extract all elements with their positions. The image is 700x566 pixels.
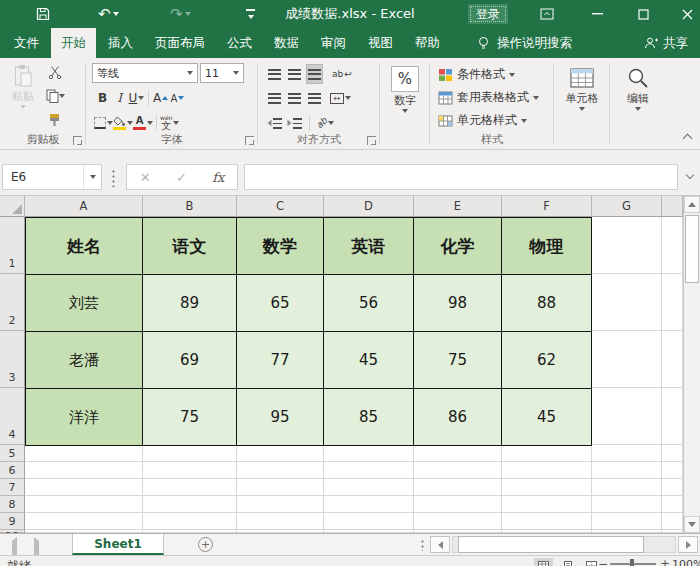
grid-cell[interactable] — [143, 462, 237, 479]
grid-cell[interactable] — [237, 462, 324, 479]
cell-b2[interactable]: 89 — [143, 275, 237, 332]
cell-e4[interactable]: 86 — [414, 389, 502, 446]
grid-cell[interactable] — [662, 274, 683, 331]
column-header-a[interactable]: A — [25, 196, 143, 217]
row-header-5[interactable]: 5 — [0, 445, 25, 462]
cell-styles-button[interactable]: 单元格样式 — [432, 110, 527, 131]
column-header-g[interactable]: G — [592, 196, 662, 217]
grid-cell[interactable] — [414, 513, 502, 530]
orientation-button[interactable]: ab — [316, 113, 334, 133]
grid-cell[interactable] — [662, 479, 683, 496]
cell-f3[interactable]: 62 — [502, 332, 592, 389]
zoom-slider-thumb[interactable] — [630, 559, 634, 566]
formula-bar-splitter[interactable] — [112, 169, 115, 187]
cell-b4[interactable]: 75 — [143, 389, 237, 446]
name-box-dropdown[interactable] — [83, 165, 101, 189]
grid-cell[interactable] — [592, 217, 662, 274]
column-header-e[interactable]: E — [414, 196, 502, 217]
grid-cell[interactable] — [502, 496, 592, 513]
row-header-3[interactable]: 3 — [0, 331, 25, 388]
column-header-d[interactable]: D — [324, 196, 414, 217]
name-box[interactable]: E6 — [2, 164, 102, 190]
maximize-button[interactable] — [628, 0, 658, 28]
sheet-tab-active[interactable]: Sheet1 — [72, 534, 164, 555]
grid-cell[interactable] — [324, 445, 414, 462]
ribbon-display-options-button[interactable] — [532, 0, 562, 28]
scroll-up-button[interactable] — [684, 196, 700, 213]
grid-cell[interactable] — [414, 445, 502, 462]
collapse-ribbon-button[interactable] — [683, 134, 693, 144]
conditional-formatting-button[interactable]: 条件格式 — [432, 64, 515, 85]
grid-cell[interactable] — [414, 462, 502, 479]
cells-button[interactable]: 单元格 — [563, 66, 601, 111]
grid-cell[interactable] — [324, 513, 414, 530]
grid-cell[interactable] — [25, 496, 143, 513]
scroll-down-button[interactable] — [684, 516, 700, 533]
cell-f1[interactable]: 物理 — [502, 218, 592, 275]
column-header-f[interactable]: F — [502, 196, 592, 217]
cell-e3[interactable]: 75 — [414, 332, 502, 389]
fill-color-button[interactable] — [113, 113, 133, 133]
grid-cell[interactable] — [324, 479, 414, 496]
cell-d3[interactable]: 45 — [324, 332, 414, 389]
cell-b3[interactable]: 69 — [143, 332, 237, 389]
grid-cell[interactable] — [662, 513, 683, 530]
grid-cell[interactable] — [592, 388, 662, 445]
grid-cell[interactable] — [25, 479, 143, 496]
grid-cell[interactable] — [237, 445, 324, 462]
vertical-scrollbar[interactable] — [683, 196, 700, 533]
row-header-9[interactable]: 9 — [0, 513, 25, 530]
previous-sheet-button[interactable] — [12, 541, 17, 555]
row-header-7[interactable]: 7 — [0, 479, 25, 496]
tab-page-layout[interactable]: 页面布局 — [145, 28, 215, 58]
cell-c2[interactable]: 65 — [237, 275, 324, 332]
scroll-left-button[interactable] — [430, 536, 450, 553]
tab-formulas[interactable]: 公式 — [217, 28, 262, 58]
italic-button[interactable]: I — [111, 88, 128, 108]
editing-button[interactable]: 编辑 — [619, 66, 657, 111]
grid-cell[interactable] — [414, 496, 502, 513]
row-header-4[interactable]: 4 — [0, 388, 25, 445]
next-sheet-button[interactable] — [34, 541, 39, 555]
tell-me-search[interactable]: 操作说明搜索 — [477, 28, 572, 58]
grid-cell[interactable] — [143, 445, 237, 462]
cell-f2[interactable]: 88 — [502, 275, 592, 332]
expand-formula-bar-icon[interactable] — [686, 171, 694, 179]
row-header-1[interactable]: 1 — [0, 217, 25, 274]
view-normal-button[interactable] — [534, 558, 553, 566]
align-right-button[interactable] — [306, 88, 323, 108]
grid-cell[interactable] — [592, 274, 662, 331]
grid-cell[interactable] — [592, 445, 662, 462]
grid-cell[interactable] — [25, 445, 143, 462]
align-left-button[interactable] — [266, 88, 283, 108]
grid-cell[interactable] — [592, 513, 662, 530]
format-as-table-button[interactable]: 套用表格格式 — [432, 87, 539, 108]
select-all-corner[interactable] — [0, 196, 25, 217]
number-format-button[interactable]: % 数字 — [386, 66, 424, 113]
grid-cell[interactable] — [592, 331, 662, 388]
vertical-scroll-thumb[interactable] — [685, 215, 699, 283]
grid-cell[interactable] — [143, 513, 237, 530]
enter-icon[interactable]: ✓ — [176, 170, 187, 185]
cell-a2[interactable]: 刘芸 — [26, 275, 143, 332]
grid-cell[interactable] — [662, 462, 683, 479]
cell-d1[interactable]: 英语 — [324, 218, 414, 275]
sign-in-button[interactable]: 登录 — [468, 4, 508, 24]
grid-cell[interactable] — [502, 513, 592, 530]
tab-file[interactable]: 文件 — [4, 28, 49, 58]
bold-button[interactable]: B — [94, 88, 111, 108]
tab-review[interactable]: 审阅 — [311, 28, 356, 58]
tab-help[interactable]: 帮助 — [405, 28, 450, 58]
font-color-button[interactable]: A — [133, 113, 153, 133]
grid-cell[interactable] — [143, 479, 237, 496]
grid-cell[interactable] — [324, 496, 414, 513]
grid-cell[interactable] — [237, 513, 324, 530]
grid-cell[interactable] — [502, 479, 592, 496]
zoom-in-button[interactable]: + — [660, 557, 670, 566]
formula-input[interactable] — [244, 164, 678, 190]
cell-b1[interactable]: 语文 — [143, 218, 237, 275]
row-header-6[interactable]: 6 — [0, 462, 25, 479]
wrap-text-button[interactable]: ab↩ — [332, 64, 352, 84]
cell-c3[interactable]: 77 — [237, 332, 324, 389]
row-header-2[interactable]: 2 — [0, 274, 25, 331]
